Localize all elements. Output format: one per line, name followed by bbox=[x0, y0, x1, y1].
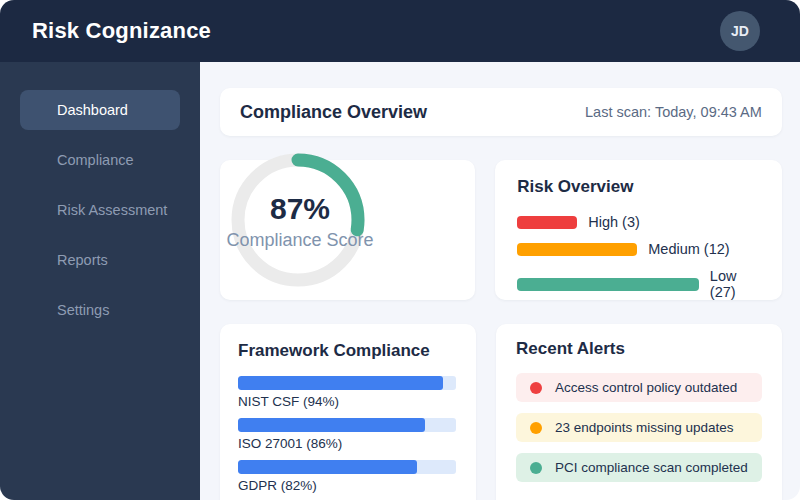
alert-severity-dot bbox=[530, 382, 542, 394]
sidebar-item-compliance[interactable]: Compliance bbox=[20, 140, 180, 180]
framework-bar-track bbox=[238, 418, 456, 432]
sidebar-item-risk-assessment[interactable]: Risk Assessment bbox=[20, 190, 180, 230]
risk-row-high: High (3) bbox=[517, 214, 760, 230]
last-scan-timestamp: Last scan: Today, 09:43 AM bbox=[585, 104, 762, 120]
compliance-score-card: 87% Compliance Score bbox=[220, 160, 475, 300]
risk-bar-high bbox=[517, 216, 577, 229]
compliance-score-label: Compliance Score bbox=[220, 230, 380, 251]
app-title: Risk Cognizance bbox=[32, 18, 211, 44]
app-window: Risk Cognizance JD Dashboard Compliance … bbox=[0, 0, 800, 500]
recent-alerts-title: Recent Alerts bbox=[516, 339, 762, 359]
sidebar-item-label: Compliance bbox=[57, 152, 134, 168]
risk-label-medium: Medium (12) bbox=[648, 241, 729, 257]
alert-item-access-control[interactable]: Access control policy outdated bbox=[516, 373, 762, 402]
sidebar-item-label: Dashboard bbox=[57, 102, 128, 118]
framework-bar-iso-27001 bbox=[238, 418, 425, 432]
risk-row-medium: Medium (12) bbox=[517, 241, 760, 257]
framework-label-gdpr: GDPR (82%) bbox=[238, 478, 456, 493]
framework-row-nist-csf: NIST CSF (94%) bbox=[238, 376, 456, 409]
framework-compliance-card: Framework Compliance NIST CSF (94%) ISO … bbox=[220, 324, 476, 500]
alert-severity-dot bbox=[530, 462, 542, 474]
compliance-score-value: 87% bbox=[220, 192, 380, 226]
sidebar-item-dashboard[interactable]: Dashboard bbox=[20, 90, 180, 130]
risk-bar-medium bbox=[517, 243, 637, 256]
alert-severity-dot bbox=[530, 422, 542, 434]
sidebar-item-reports[interactable]: Reports bbox=[20, 240, 180, 280]
risk-overview-title: Risk Overview bbox=[517, 177, 760, 197]
framework-bar-track bbox=[238, 376, 456, 390]
sidebar-item-label: Settings bbox=[57, 302, 109, 318]
framework-bar-nist-csf bbox=[238, 376, 443, 390]
framework-label-nist-csf: NIST CSF (94%) bbox=[238, 394, 456, 409]
framework-bar-track bbox=[238, 460, 456, 474]
sidebar-item-label: Risk Assessment bbox=[57, 202, 167, 218]
compliance-overview-card: Compliance Overview Last scan: Today, 09… bbox=[220, 88, 782, 136]
risk-overview-card: Risk Overview High (3) Medium (12) Low (… bbox=[495, 160, 782, 300]
framework-bar-gdpr bbox=[238, 460, 417, 474]
alert-text: Access control policy outdated bbox=[555, 380, 737, 395]
risk-label-high: High (3) bbox=[588, 214, 640, 230]
sidebar: Dashboard Compliance Risk Assessment Rep… bbox=[0, 62, 200, 500]
alert-text: 23 endpoints missing updates bbox=[555, 420, 734, 435]
risk-label-low: Low (27) bbox=[710, 268, 760, 300]
alert-item-endpoints-updates[interactable]: 23 endpoints missing updates bbox=[516, 413, 762, 442]
framework-row-iso-27001: ISO 27001 (86%) bbox=[238, 418, 456, 451]
framework-compliance-title: Framework Compliance bbox=[238, 341, 456, 361]
user-avatar[interactable]: JD bbox=[720, 11, 760, 51]
score-text-block: 87% Compliance Score bbox=[220, 192, 380, 251]
recent-alerts-card: Recent Alerts Access control policy outd… bbox=[496, 324, 782, 500]
risk-row-low: Low (27) bbox=[517, 268, 760, 300]
alert-text: PCI compliance scan completed bbox=[555, 460, 748, 475]
main-content: Compliance Overview Last scan: Today, 09… bbox=[200, 62, 800, 500]
app-header: Risk Cognizance JD bbox=[0, 0, 800, 62]
sidebar-item-label: Reports bbox=[57, 252, 108, 268]
risk-bar-low bbox=[517, 278, 699, 291]
framework-label-iso-27001: ISO 27001 (86%) bbox=[238, 436, 456, 451]
page-title: Compliance Overview bbox=[240, 102, 427, 123]
alert-item-pci-scan[interactable]: PCI compliance scan completed bbox=[516, 453, 762, 482]
sidebar-item-settings[interactable]: Settings bbox=[20, 290, 180, 330]
framework-row-gdpr: GDPR (82%) bbox=[238, 460, 456, 493]
